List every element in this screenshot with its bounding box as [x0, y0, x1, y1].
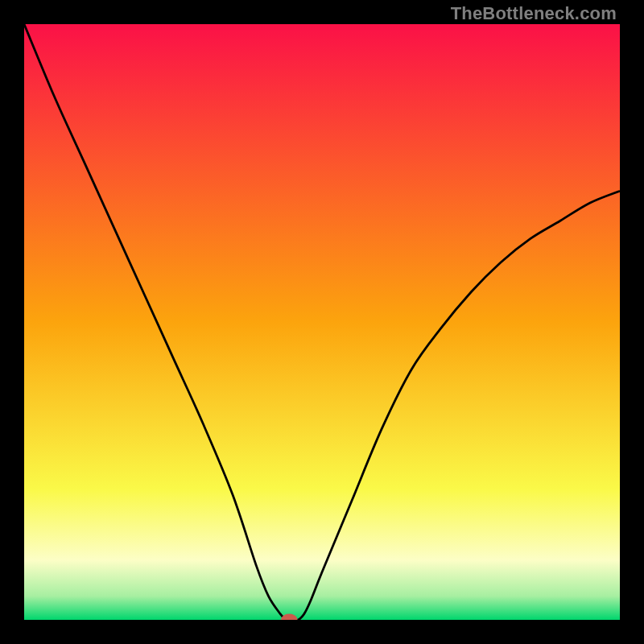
plot-area [24, 24, 620, 620]
watermark-text: TheBottleneck.com [451, 3, 617, 24]
gradient-background [24, 24, 620, 620]
chart-svg [24, 24, 620, 620]
chart-frame: TheBottleneck.com [0, 0, 644, 644]
